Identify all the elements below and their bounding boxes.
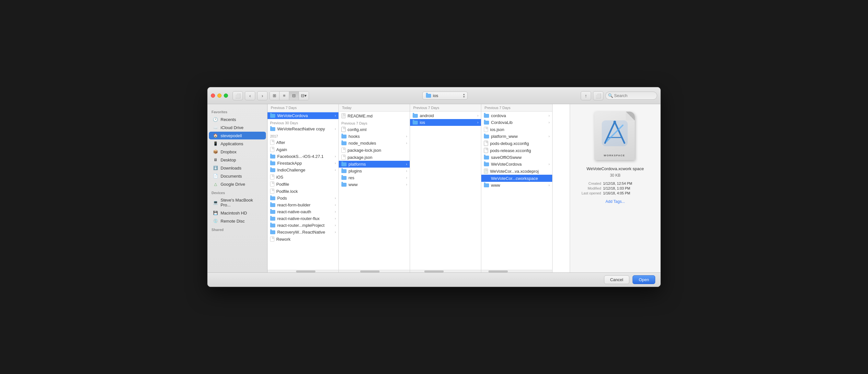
item-name: config.xml <box>347 127 407 132</box>
cancel-button[interactable]: Cancel <box>604 275 629 284</box>
item-name: www <box>491 183 547 188</box>
folder-icon <box>484 162 489 166</box>
column-view-button[interactable]: ⊟ <box>289 92 299 100</box>
list-item[interactable]: IndioChallenge › <box>268 167 338 173</box>
sidebar-item-hd[interactable]: Macintosh HD <box>209 209 266 217</box>
list-view-button[interactable]: ≡ <box>280 92 289 100</box>
arrow-icon: › <box>406 141 407 145</box>
list-item[interactable]: ios.json <box>481 126 552 133</box>
add-tags-button[interactable]: Add Tags... <box>606 199 625 204</box>
list-item[interactable]: ios › <box>410 119 481 126</box>
sidebar-item-documents[interactable]: Documents <box>209 172 266 180</box>
list-item[interactable]: FirestackApp › <box>268 160 338 167</box>
item-name: Podfile.lock <box>276 189 336 194</box>
sidebar-item-applications[interactable]: Applications <box>209 140 266 147</box>
icon-view-button[interactable]: ⊞ <box>270 92 280 100</box>
list-item[interactable]: WeVoteCordova › <box>268 112 338 119</box>
list-item[interactable]: FacebookS...-iOS-4.27.1 › <box>268 153 338 160</box>
sidebar-item-remote[interactable]: Remote Disc <box>209 217 266 225</box>
modified-value: 1/12/18, 1:03 PM <box>603 186 630 190</box>
sidebar-item-macbook[interactable]: Steve's MacBook Pro... <box>209 196 266 209</box>
list-item[interactable]: README.md <box>339 112 410 120</box>
maximize-button[interactable] <box>224 94 228 98</box>
tag-button[interactable]: ⬜ <box>593 91 603 100</box>
list-item[interactable]: CordovaLib › <box>481 119 552 126</box>
list-item[interactable]: saveOffiOSwww <box>481 154 552 161</box>
list-item[interactable]: react-form-builder › <box>268 202 338 208</box>
list-item[interactable]: config.xml <box>339 126 410 133</box>
list-item[interactable]: package-lock.json <box>339 146 410 154</box>
list-item[interactable]: react-native-oauth › <box>268 208 338 215</box>
item-name: react-native-router-flux <box>277 216 333 221</box>
list-item[interactable]: res › <box>339 174 410 181</box>
list-item[interactable]: platforms › <box>339 161 410 168</box>
list-item[interactable]: Podfile <box>268 180 338 188</box>
sidebar-item-dropbox[interactable]: Dropbox <box>209 148 266 156</box>
path-selector[interactable]: ios ▲▼ <box>422 92 468 100</box>
list-item[interactable]: node_modules › <box>339 140 410 146</box>
column-1-scrollbar[interactable] <box>268 270 338 272</box>
list-item[interactable]: WeVoteCor...va.xcodeproj <box>481 168 552 175</box>
item-name: ios.json <box>490 127 550 132</box>
scrollbar-thumb <box>488 270 508 272</box>
column-4-scrollbar[interactable] <box>481 270 552 272</box>
section-header-prev7days: Previous 7 Days <box>339 120 410 126</box>
list-item[interactable]: react-native-router-flux › <box>268 215 338 222</box>
list-item[interactable]: react-router...mpleProject › <box>268 222 338 229</box>
forward-button[interactable]: › <box>257 91 268 100</box>
list-item[interactable]: Pods › <box>268 195 338 202</box>
sidebar-item-recents[interactable]: Recents <box>209 115 266 123</box>
back-icon: ‹ <box>249 93 251 98</box>
item-name: Podfile <box>276 182 336 187</box>
column-3-scrollbar[interactable] <box>410 270 481 272</box>
item-name: RecoveryW...ReactNative <box>277 230 333 235</box>
list-item[interactable]: hooks › <box>339 133 410 140</box>
folder-icon <box>341 162 346 166</box>
list-item[interactable]: platform_www › <box>481 133 552 140</box>
sidebar-item-icloud[interactable]: iCloud Drive <box>209 124 266 131</box>
list-item[interactable]: WeVoteCordova › <box>481 161 552 168</box>
list-item[interactable]: WeVoteReactNative copy › <box>268 126 338 132</box>
list-item[interactable]: package.json <box>339 154 410 161</box>
file-icon <box>270 181 274 187</box>
list-item[interactable]: pods-debug.xcconfig <box>481 140 552 147</box>
arrow-icon: › <box>335 127 336 131</box>
share-button[interactable]: ↑ <box>581 91 591 100</box>
gallery-view-button[interactable]: ⊟▾ <box>299 92 309 100</box>
folder-icon <box>341 141 346 145</box>
close-button[interactable] <box>211 94 215 98</box>
item-name: react-router...mpleProject <box>277 223 333 228</box>
back-button[interactable]: ‹ <box>245 91 255 100</box>
arrow-icon: › <box>335 155 336 158</box>
item-name: Pods <box>277 196 333 201</box>
hd-icon <box>213 210 218 215</box>
list-item[interactable]: iOS <box>268 173 338 180</box>
open-button[interactable]: Open <box>632 275 655 284</box>
sidebar-item-home[interactable]: stevepodell <box>209 132 266 139</box>
minimize-button[interactable] <box>217 94 221 98</box>
list-item[interactable]: www › <box>339 181 410 188</box>
list-item[interactable]: RecoveryW...ReactNative › <box>268 229 338 236</box>
sidebar-toggle-button[interactable]: ⬜ <box>232 91 243 100</box>
folder-icon <box>270 162 275 165</box>
list-item[interactable]: cordova › <box>481 112 552 119</box>
list-item[interactable]: plugins › <box>339 168 410 174</box>
list-item[interactable]: android › <box>410 112 481 119</box>
list-item[interactable]: After <box>268 139 338 146</box>
search-input[interactable] <box>605 92 657 100</box>
column-4: Previous 7 Days cordova › CordovaLib › <box>481 104 553 272</box>
applications-icon <box>213 141 218 146</box>
list-item[interactable]: Rework <box>268 236 338 243</box>
item-name: iOS <box>276 175 336 179</box>
sidebar-item-downloads[interactable]: Downloads <box>209 164 266 172</box>
sidebar-item-gdrive[interactable]: Google Drive <box>209 180 266 188</box>
sidebar-item-desktop[interactable]: Desktop <box>209 156 266 164</box>
list-item[interactable]: www › <box>481 182 552 189</box>
arrow-icon: › <box>335 210 336 213</box>
list-item[interactable]: pods-release.xcconfig <box>481 147 552 154</box>
sidebar-item-label: Recents <box>221 117 236 122</box>
list-item[interactable]: Again <box>268 146 338 153</box>
column-2-scrollbar[interactable] <box>339 270 410 272</box>
list-item[interactable]: Podfile.lock <box>268 188 338 195</box>
list-item-xcworkspace[interactable]: WeVoteCor...cworkspace <box>481 175 552 182</box>
